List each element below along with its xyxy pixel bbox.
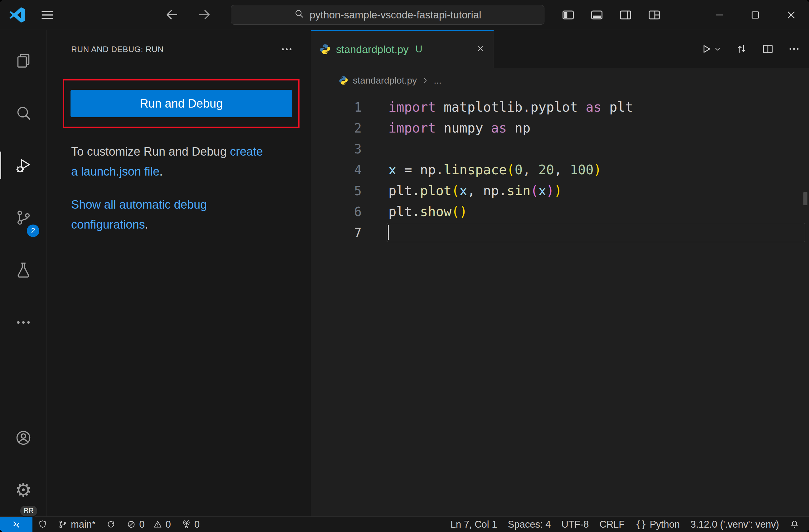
search-activity-icon[interactable]: [0, 87, 47, 139]
customize-text: To customize Run and Debug create a laun…: [71, 142, 271, 181]
branch-label: main*: [71, 519, 96, 530]
line-number: 3: [311, 142, 362, 156]
close-window-icon[interactable]: [773, 0, 809, 30]
split-editor-icon[interactable]: [761, 43, 774, 55]
cursor-position-status[interactable]: Ln 7, Col 1: [445, 517, 503, 532]
line-number: 7: [311, 226, 362, 240]
run-and-debug-icon[interactable]: [0, 139, 47, 192]
toggle-secondary-sidebar-icon[interactable]: [619, 8, 632, 22]
current-line-highlight: [386, 223, 805, 242]
testing-icon[interactable]: [0, 244, 47, 296]
sync-changes-icon[interactable]: [101, 517, 121, 532]
breadcrumb: standardplot.py ...: [311, 68, 809, 93]
language-mode-status[interactable]: {} Python: [630, 517, 685, 532]
line-number: 4: [311, 163, 362, 177]
customize-prefix: To customize Run and Debug: [71, 145, 227, 158]
annotation-rectangle: Run and Debug: [63, 79, 299, 128]
eol-status[interactable]: CRLF: [594, 517, 630, 532]
warnings-icon: [153, 519, 162, 529]
back-icon[interactable]: [165, 7, 179, 22]
python-file-icon: [319, 43, 331, 55]
tab-bar: standardplot.py U: [311, 30, 809, 68]
breadcrumb-symbol-ellipsis[interactable]: ...: [434, 75, 442, 86]
radio-tower-icon: [182, 519, 191, 529]
workspace-trust-shield-icon[interactable]: [32, 517, 53, 532]
warnings-count: 0: [166, 519, 171, 530]
python-file-icon-small: [339, 75, 348, 86]
activity-bar: 2 ⚙ BR: [0, 30, 47, 516]
code-text: x = np.linspace(0, 20, 100): [389, 162, 602, 177]
vscode-window: python-sample-vscode-fastapi-tutorial: [0, 0, 809, 532]
vscode-logo-icon: [10, 7, 25, 23]
language-label: Python: [650, 519, 680, 530]
remote-indicator-icon[interactable]: [0, 517, 32, 532]
profile-badge: BR: [19, 505, 38, 517]
run-and-debug-sidebar: RUN AND DEBUG: RUN Run and Debug To cust…: [47, 30, 311, 516]
code-line-6[interactable]: 6plt.show(): [311, 201, 809, 222]
code-line-1[interactable]: 1import matplotlib.pyplot as plt: [311, 97, 809, 118]
editor-actions: [700, 30, 800, 68]
code-line-3[interactable]: 3: [311, 139, 809, 159]
sidebar-title: RUN AND DEBUG: RUN: [71, 45, 163, 54]
menu-icon[interactable]: [40, 7, 55, 22]
more-views-icon[interactable]: [0, 296, 47, 349]
code-line-4[interactable]: 4x = np.linspace(0, 20, 100): [311, 159, 809, 180]
line-number: 1: [311, 100, 362, 114]
command-center-search[interactable]: python-sample-vscode-fastapi-tutorial: [231, 5, 545, 25]
git-branch-status[interactable]: main*: [53, 517, 101, 532]
breadcrumb-filename[interactable]: standardplot.py: [353, 75, 417, 86]
titlebar-left: [0, 7, 55, 23]
code-text: plt.show(): [389, 204, 467, 219]
code-text: plt.plot(x, np.sin(x)): [389, 183, 562, 198]
text-cursor: [388, 225, 389, 240]
editor-group: standardplot.py U: [311, 30, 809, 516]
problems-status[interactable]: 0 0: [121, 517, 176, 532]
show-debug-configurations-link[interactable]: Show all automatic debug configurations: [71, 198, 207, 231]
customize-layout-icon[interactable]: [648, 8, 661, 22]
run-python-file-button[interactable]: [700, 43, 722, 55]
settings-gear-icon[interactable]: ⚙ BR: [0, 464, 47, 516]
indentation-status[interactable]: Spaces: 4: [503, 517, 556, 532]
configs-suffix: .: [145, 218, 149, 231]
sidebar-header: RUN AND DEBUG: RUN: [47, 30, 311, 69]
open-changes-icon[interactable]: [735, 43, 748, 55]
line-number: 6: [311, 205, 362, 219]
git-status-badge: U: [416, 44, 423, 55]
search-icon: [294, 8, 305, 21]
encoding-status[interactable]: UTF-8: [556, 517, 594, 532]
code-lines: 1import matplotlib.pyplot as plt2import …: [311, 97, 809, 243]
code-line-5[interactable]: 5plt.plot(x, np.sin(x)): [311, 180, 809, 201]
close-tab-icon[interactable]: [476, 44, 485, 55]
workbench: 2 ⚙ BR RUN AND DEBUG: RUN: [0, 30, 809, 516]
eol-label: CRLF: [599, 519, 625, 530]
launch-suffix: .: [159, 165, 163, 178]
forward-icon[interactable]: [197, 7, 211, 22]
maximize-icon[interactable]: [737, 0, 773, 30]
explorer-icon[interactable]: [0, 34, 47, 87]
encoding-label: UTF-8: [561, 519, 589, 530]
source-control-icon[interactable]: 2: [0, 192, 47, 244]
window-controls: [701, 0, 809, 30]
errors-count: 0: [139, 519, 144, 530]
code-editor[interactable]: 1import matplotlib.pyplot as plt2import …: [311, 93, 809, 516]
notifications-bell-icon[interactable]: [784, 517, 805, 532]
run-and-debug-button[interactable]: Run and Debug: [70, 90, 292, 117]
more-actions-icon[interactable]: [788, 43, 800, 55]
line-col-label: Ln 7, Col 1: [450, 519, 497, 530]
tab-standardplot[interactable]: standardplot.py U: [311, 30, 494, 68]
git-branch-icon: [58, 519, 68, 529]
toggle-panel-icon[interactable]: [590, 8, 604, 22]
code-line-2[interactable]: 2import numpy as np: [311, 118, 809, 139]
views-and-more-actions-icon[interactable]: [280, 43, 293, 56]
account-icon[interactable]: [0, 412, 47, 464]
python-interpreter-status[interactable]: 3.12.0 ('.venv': venv): [685, 517, 784, 532]
run-dropdown-chevron-icon: [713, 45, 722, 53]
line-number: 2: [311, 121, 362, 135]
braces-icon: {}: [635, 519, 647, 530]
minimize-icon[interactable]: [701, 0, 737, 30]
toggle-primary-sidebar-icon[interactable]: [561, 8, 575, 22]
code-line-7[interactable]: 7: [311, 222, 809, 243]
command-center-text: python-sample-vscode-fastapi-tutorial: [310, 9, 481, 21]
ports-status[interactable]: 0: [176, 517, 205, 532]
overview-ruler-mark: [803, 192, 807, 205]
